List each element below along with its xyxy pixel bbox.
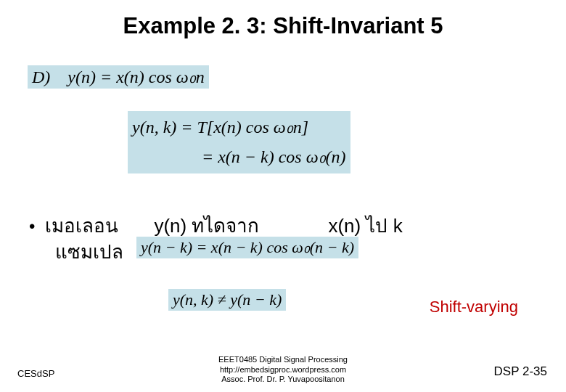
thai-text-1: เมอเลอน — [45, 211, 154, 240]
bullet-mid: y(n) ทไดจาก — [154, 211, 328, 240]
equation-ynk: y(n, k) = T[x(n) cos ω₀n] = x(n − k) cos… — [128, 111, 350, 173]
bullet-dot: • — [29, 216, 35, 237]
thai-text-2: แซมเปล — [55, 237, 123, 266]
equation-d: D) y(n) = x(n) cos ω₀n — [28, 65, 209, 89]
shift-varying-label: Shift-varying — [430, 298, 518, 317]
thai-text-3: x(n) ไป k — [328, 211, 402, 240]
footer-url: http://embedsigproc.wordpress.com — [218, 365, 348, 375]
bullet-line: • เมอเลอน y(n) ทไดจาก x(n) ไป k — [29, 211, 403, 240]
equation-inequality: y(n, k) ≠ y(n − k) — [168, 289, 286, 311]
footer-center: EEET0485 Digital Signal Processing http:… — [218, 355, 348, 385]
footer-course: EEET0485 Digital Signal Processing — [218, 355, 348, 365]
equation-ynk-row: y(n, k) = T[x(n) cos ω₀n] = x(n − k) cos… — [128, 111, 350, 173]
slide-title: Example 2. 3: Shift-Invariant 5 — [0, 0, 566, 39]
equation-shifted: y(n − k) = x(n − k) cos ω₀(n − k) — [136, 237, 358, 258]
footer-left: CESdSP — [17, 368, 54, 379]
equation-ynk-line2: = x(n − k) cos ω₀(n) — [132, 142, 346, 172]
equation-ynk-line1: y(n, k) = T[x(n) cos ω₀n] — [132, 113, 346, 142]
equation-d-row: D) y(n) = x(n) cos ω₀n — [28, 65, 209, 89]
equation-inequality-row: y(n, k) ≠ y(n − k) — [168, 289, 286, 311]
footer-page: DSP 2-35 — [494, 364, 547, 379]
footer-author: Assoc. Prof. Dr. P. Yuvapoositanon — [218, 375, 348, 385]
equation-shifted-row: y(n − k) = x(n − k) cos ω₀(n − k) — [136, 237, 358, 258]
